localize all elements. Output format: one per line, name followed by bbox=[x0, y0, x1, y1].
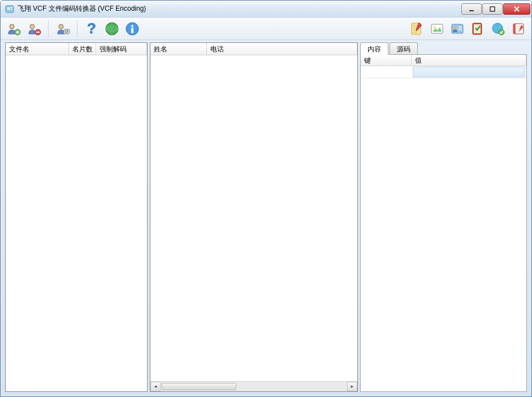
picture-button[interactable] bbox=[427, 19, 447, 38]
contact-address-button[interactable]: @ bbox=[53, 19, 72, 38]
svg-point-21 bbox=[434, 26, 436, 28]
svg-rect-31 bbox=[513, 24, 516, 34]
info-button[interactable] bbox=[123, 19, 142, 38]
svg-rect-5 bbox=[490, 7, 495, 11]
horizontal-scrollbar[interactable]: ◄ ► bbox=[150, 381, 357, 391]
toolbar: @ ? bbox=[1, 18, 531, 40]
svg-text:@: @ bbox=[64, 29, 68, 33]
svg-rect-3 bbox=[10, 9, 12, 10]
contact-card-button[interactable] bbox=[448, 19, 467, 38]
contact-list-body[interactable] bbox=[150, 55, 357, 381]
property-header: 键 值 bbox=[361, 55, 526, 66]
help-button[interactable]: ? bbox=[82, 19, 101, 38]
svg-rect-4 bbox=[469, 10, 474, 11]
remove-contact-button[interactable] bbox=[24, 19, 44, 38]
file-list-panel: 文件名 名片数 强制解码 bbox=[5, 42, 148, 392]
detail-tabs: 内容 源码 bbox=[360, 42, 527, 55]
titlebar[interactable]: 飞翔 VCF 文件编码转换器 (VCF Encoding) bbox=[1, 1, 531, 18]
content-area: 文件名 名片数 强制解码 姓名 电话 ◄ ► 内容 源码 bbox=[1, 40, 531, 396]
maximize-button[interactable] bbox=[482, 3, 503, 15]
svg-rect-25 bbox=[459, 29, 462, 30]
svg-rect-24 bbox=[459, 27, 462, 28]
window-title: 飞翔 VCF 文件编码转换器 (VCF Encoding) bbox=[18, 4, 461, 14]
scroll-left-button[interactable]: ◄ bbox=[150, 382, 161, 391]
svg-point-10 bbox=[59, 24, 63, 29]
add-contact-button[interactable] bbox=[4, 19, 23, 38]
contact-list-header: 姓名 电话 bbox=[150, 43, 357, 55]
col-forcedecode[interactable]: 强制解码 bbox=[96, 43, 147, 55]
col-value[interactable]: 值 bbox=[412, 55, 526, 66]
globe-check-button[interactable] bbox=[488, 19, 508, 38]
close-button[interactable] bbox=[503, 3, 530, 15]
minimize-button[interactable] bbox=[461, 3, 482, 15]
col-cardcount[interactable]: 名片数 bbox=[69, 43, 96, 55]
toolbar-separator bbox=[77, 20, 77, 37]
toolbar-separator bbox=[48, 20, 49, 37]
scroll-track[interactable] bbox=[161, 382, 347, 391]
scroll-right-button[interactable]: ► bbox=[347, 382, 357, 391]
book-check-button[interactable] bbox=[468, 19, 487, 38]
detail-panel: 内容 源码 键 值 bbox=[360, 42, 527, 392]
file-list-header: 文件名 名片数 强制解码 bbox=[6, 43, 147, 55]
svg-rect-2 bbox=[10, 7, 12, 8]
col-key[interactable]: 键 bbox=[361, 55, 412, 66]
svg-point-8 bbox=[30, 24, 34, 29]
scroll-thumb[interactable] bbox=[162, 383, 236, 390]
property-key bbox=[361, 66, 412, 78]
svg-text:?: ? bbox=[87, 21, 96, 37]
diary-button[interactable] bbox=[509, 19, 528, 38]
tab-source[interactable]: 源码 bbox=[390, 42, 418, 55]
svg-point-17 bbox=[131, 25, 133, 27]
notepad-button[interactable] bbox=[407, 19, 426, 38]
svg-rect-20 bbox=[431, 24, 443, 33]
file-list-body[interactable] bbox=[6, 55, 147, 391]
contact-list-panel: 姓名 电话 ◄ ► bbox=[150, 42, 358, 392]
tab-content-body: 键 值 bbox=[360, 54, 527, 392]
svg-point-6 bbox=[10, 24, 14, 29]
col-filename[interactable]: 文件名 bbox=[6, 43, 69, 55]
col-name[interactable]: 姓名 bbox=[150, 43, 207, 55]
app-icon bbox=[5, 5, 14, 14]
col-phone[interactable]: 电话 bbox=[207, 43, 357, 55]
globe-button[interactable] bbox=[102, 19, 122, 38]
tab-content[interactable]: 内容 bbox=[360, 42, 388, 55]
svg-rect-18 bbox=[131, 28, 133, 33]
svg-point-23 bbox=[453, 26, 457, 29]
property-row[interactable] bbox=[361, 66, 526, 78]
main-window: 飞翔 VCF 文件编码转换器 (VCF Encoding) bbox=[0, 0, 532, 397]
property-value-input[interactable] bbox=[413, 67, 525, 77]
svg-point-1 bbox=[7, 7, 10, 10]
